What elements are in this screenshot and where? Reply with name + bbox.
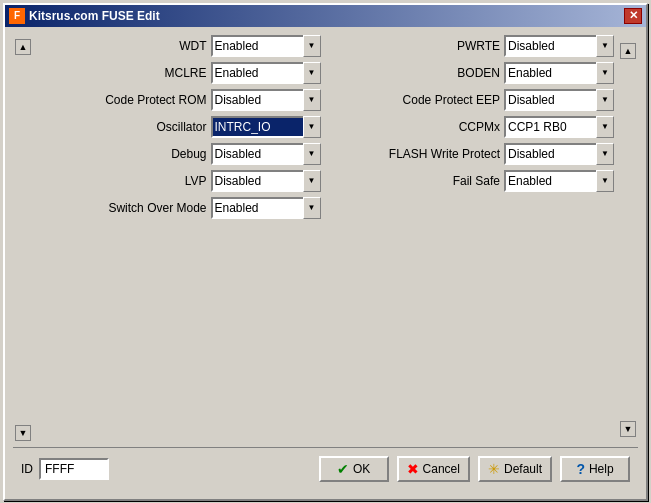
code-protect-rom-select[interactable]: Disabled Enabled: [211, 89, 321, 111]
title-bar-text: F Kitsrus.com FUSE Edit: [9, 8, 160, 24]
default-label: Default: [504, 462, 542, 476]
code-protect-rom-label: Code Protect ROM: [105, 93, 206, 107]
boden-select[interactable]: Enabled Disabled: [504, 62, 614, 84]
wdt-label: WDT: [127, 39, 207, 53]
right-sidebar: ▲ ▼: [618, 35, 638, 441]
code-protect-eep-select-wrapper: Disabled Enabled ▼: [504, 89, 614, 111]
ok-button[interactable]: ✔ OK: [319, 456, 389, 482]
left-sidebar: ▲ ▼: [13, 35, 33, 441]
oscillator-row: Oscillator INTRC_IO RC XT HS EC LP: [37, 116, 321, 138]
default-icon: ✳: [488, 461, 500, 477]
ccpmx-select-wrapper: CCP1 RB0 CCP1 RB3 ▼: [504, 116, 614, 138]
default-button[interactable]: ✳ Default: [478, 456, 552, 482]
ok-icon: ✔: [337, 461, 349, 477]
flash-write-protect-row: FLASH Write Protect Disabled Enabled ▼: [331, 143, 615, 165]
lvp-select-wrapper: Disabled Enabled ▼: [211, 170, 321, 192]
wdt-row: WDT Enabled Disabled ▼: [37, 35, 321, 57]
boden-label: BODEN: [420, 66, 500, 80]
fail-safe-row: Fail Safe Enabled Disabled ▼: [331, 170, 615, 192]
lvp-label: LVP: [127, 174, 207, 188]
mclre-label: MCLRE: [127, 66, 207, 80]
flash-write-protect-label: FLASH Write Protect: [389, 147, 500, 161]
close-button[interactable]: ✕: [624, 8, 642, 24]
switch-over-mode-label: Switch Over Mode: [108, 201, 206, 215]
cancel-label: Cancel: [423, 462, 460, 476]
boden-row: BODEN Enabled Disabled ▼: [331, 62, 615, 84]
id-label: ID: [21, 462, 33, 476]
help-label: Help: [589, 462, 614, 476]
fail-safe-select-wrapper: Enabled Disabled ▼: [504, 170, 614, 192]
ccpmx-row: CCPMx CCP1 RB0 CCP1 RB3 ▼: [331, 116, 615, 138]
lvp-row: LVP Disabled Enabled ▼: [37, 170, 321, 192]
wdt-select-wrapper: Enabled Disabled ▼: [211, 35, 321, 57]
ok-label: OK: [353, 462, 370, 476]
cancel-icon: ✖: [407, 461, 419, 477]
help-button[interactable]: ? Help: [560, 456, 630, 482]
ccpmx-label: CCPMx: [420, 120, 500, 134]
pwrte-label: PWRTE: [420, 39, 500, 53]
right-form-column: PWRTE Disabled Enabled ▼ BODEN: [331, 35, 615, 219]
debug-row: Debug Disabled Enabled ▼: [37, 143, 321, 165]
switch-over-mode-select[interactable]: Enabled Disabled: [211, 197, 321, 219]
app-icon: F: [9, 8, 25, 24]
boden-select-wrapper: Enabled Disabled ▼: [504, 62, 614, 84]
debug-label: Debug: [127, 147, 207, 161]
pwrte-select[interactable]: Disabled Enabled: [504, 35, 614, 57]
mclre-select-wrapper: Enabled Disabled ▼: [211, 62, 321, 84]
id-input[interactable]: [39, 458, 109, 480]
oscillator-select[interactable]: INTRC_IO RC XT HS EC LP: [211, 116, 321, 138]
fuse-edit-window: F Kitsrus.com FUSE Edit ✕ ▲ ▼ WDT: [3, 3, 648, 501]
scroll-up-right[interactable]: ▲: [620, 43, 636, 59]
title-bar: F Kitsrus.com FUSE Edit ✕: [5, 5, 646, 27]
oscillator-select-wrapper: INTRC_IO RC XT HS EC LP ▼: [211, 116, 321, 138]
code-protect-eep-label: Code Protect EEP: [403, 93, 500, 107]
form-columns: WDT Enabled Disabled ▼ MCLRE: [37, 35, 614, 219]
switch-over-mode-row: Switch Over Mode Enabled Disabled ▼: [37, 197, 321, 219]
window-title: Kitsrus.com FUSE Edit: [29, 9, 160, 23]
fail-safe-label: Fail Safe: [420, 174, 500, 188]
id-section: ID: [21, 458, 109, 480]
main-content: ▲ ▼ WDT Enabled Disabled: [13, 35, 638, 441]
pwrte-row: PWRTE Disabled Enabled ▼: [331, 35, 615, 57]
flash-write-protect-select[interactable]: Disabled Enabled: [504, 143, 614, 165]
scroll-up-left[interactable]: ▲: [15, 39, 31, 55]
wdt-select[interactable]: Enabled Disabled: [211, 35, 321, 57]
pwrte-select-wrapper: Disabled Enabled ▼: [504, 35, 614, 57]
code-protect-rom-select-wrapper: Disabled Enabled ▼: [211, 89, 321, 111]
switch-over-mode-select-wrapper: Enabled Disabled ▼: [211, 197, 321, 219]
code-protect-eep-select[interactable]: Disabled Enabled: [504, 89, 614, 111]
help-icon: ?: [576, 461, 585, 477]
code-protect-eep-row: Code Protect EEP Disabled Enabled ▼: [331, 89, 615, 111]
ccpmx-select[interactable]: CCP1 RB0 CCP1 RB3: [504, 116, 614, 138]
oscillator-label: Oscillator: [127, 120, 207, 134]
window-body: ▲ ▼ WDT Enabled Disabled: [5, 27, 646, 499]
form-area: WDT Enabled Disabled ▼ MCLRE: [37, 35, 614, 441]
bottom-area: ID ✔ OK ✖ Cancel ✳ Default ? Help: [13, 447, 638, 491]
button-row: ✔ OK ✖ Cancel ✳ Default ? Help: [319, 456, 630, 482]
scroll-down-left[interactable]: ▼: [15, 425, 31, 441]
mclre-row: MCLRE Enabled Disabled ▼: [37, 62, 321, 84]
scroll-down-right[interactable]: ▼: [620, 421, 636, 437]
flash-write-protect-select-wrapper: Disabled Enabled ▼: [504, 143, 614, 165]
code-protect-rom-row: Code Protect ROM Disabled Enabled ▼: [37, 89, 321, 111]
fail-safe-select[interactable]: Enabled Disabled: [504, 170, 614, 192]
cancel-button[interactable]: ✖ Cancel: [397, 456, 470, 482]
debug-select-wrapper: Disabled Enabled ▼: [211, 143, 321, 165]
debug-select[interactable]: Disabled Enabled: [211, 143, 321, 165]
mclre-select[interactable]: Enabled Disabled: [211, 62, 321, 84]
lvp-select[interactable]: Disabled Enabled: [211, 170, 321, 192]
left-form-column: WDT Enabled Disabled ▼ MCLRE: [37, 35, 321, 219]
